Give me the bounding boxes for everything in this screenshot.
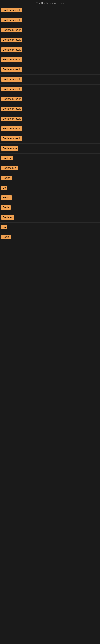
bottleneck-row-14: Bottleneck result (0, 134, 100, 144)
site-title: TheBottlenecker.com (0, 0, 100, 6)
bottleneck-row-6: Bottleneck result (0, 55, 100, 65)
bottleneck-badge-23[interactable]: Bo (1, 225, 7, 230)
bottleneck-badge-21[interactable]: Bottle (1, 205, 11, 210)
bottleneck-row-7: Bottleneck result (0, 65, 100, 75)
bottom-spacer (0, 242, 100, 274)
bottleneck-badge-22[interactable]: Bottlenec (1, 215, 14, 220)
bottleneck-row-15: Bottleneck re (0, 144, 100, 154)
bottleneck-row-21: Bottle (0, 203, 100, 213)
bottleneck-badge-16[interactable]: Bottlene (1, 156, 13, 160)
bottleneck-badge-14[interactable]: Bottleneck result (1, 136, 22, 141)
bottleneck-badge-17[interactable]: Bottleneck e (1, 166, 18, 170)
bottleneck-row-1: Bottleneck result (0, 6, 100, 16)
site-title-bar: TheBottlenecker.com (0, 0, 100, 6)
bottleneck-row-23: Bo (0, 222, 100, 232)
bottleneck-badge-12[interactable]: Bottleneck result (1, 116, 22, 121)
bottleneck-badge-4[interactable]: Bottleneck result (1, 38, 22, 42)
bottleneck-row-4: Bottleneck result (0, 35, 100, 45)
bottleneck-badge-15[interactable]: Bottleneck re (1, 146, 18, 150)
bottleneck-row-9: Bottleneck result (0, 84, 100, 94)
bottleneck-row-20: Bottlen (0, 193, 100, 203)
bottleneck-row-22: Bottlenec (0, 213, 100, 222)
bottleneck-row-19: Bo (0, 183, 100, 193)
bottleneck-row-10: Bottleneck result (0, 94, 100, 104)
bottleneck-badge-5[interactable]: Bottleneck result (1, 48, 22, 52)
bottleneck-badge-18[interactable]: Bottlen (1, 176, 12, 180)
bottleneck-row-18: Bottlen (0, 173, 100, 183)
bottleneck-row-11: Bottleneck result (0, 104, 100, 114)
bottleneck-badge-3[interactable]: Bottleneck result (1, 28, 22, 32)
bottleneck-row-17: Bottleneck e (0, 164, 100, 173)
bottleneck-row-5: Bottleneck result (0, 45, 100, 55)
bottleneck-badge-6[interactable]: Bottleneck result (1, 57, 22, 62)
bottleneck-badge-20[interactable]: Bottlen (1, 196, 12, 200)
bottleneck-badge-2[interactable]: Bottleneck result (1, 18, 22, 22)
bottleneck-row-16: Bottlene (0, 154, 100, 164)
bottleneck-row-12: Bottleneck result (0, 114, 100, 124)
bottleneck-row-13: Bottleneck result (0, 124, 100, 134)
bottleneck-rows: Bottleneck resultBottleneck resultBottle… (0, 6, 100, 242)
bottleneck-badge-7[interactable]: Bottleneck result (1, 67, 22, 72)
bottleneck-badge-11[interactable]: Bottleneck result (1, 107, 22, 111)
bottleneck-badge-13[interactable]: Bottleneck result (1, 126, 22, 131)
bottleneck-badge-19[interactable]: Bo (1, 186, 7, 190)
bottleneck-badge-1[interactable]: Bottleneck result (1, 8, 22, 12)
bottleneck-badge-9[interactable]: Bottleneck result (1, 87, 22, 91)
bottleneck-row-2: Bottleneck result (0, 16, 100, 25)
bottleneck-row-8: Bottleneck result (0, 75, 100, 84)
bottleneck-row-24: Bottle (0, 232, 100, 242)
bottleneck-row-3: Bottleneck result (0, 25, 100, 35)
bottleneck-badge-24[interactable]: Bottle (1, 235, 11, 239)
bottleneck-badge-8[interactable]: Bottleneck result (1, 77, 22, 82)
bottleneck-badge-10[interactable]: Bottleneck result (1, 97, 22, 101)
